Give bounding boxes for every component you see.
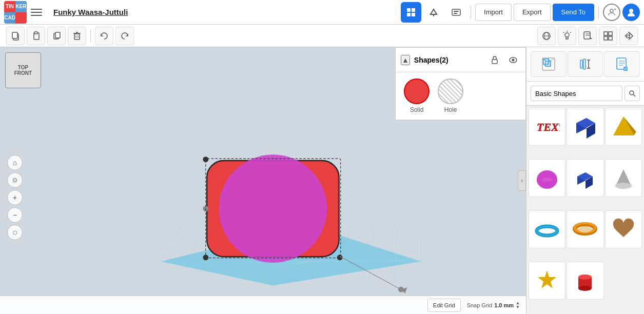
svg-line-92 (633, 94, 635, 96)
svg-rect-5 (452, 9, 460, 15)
hole-type[interactable]: Hole (438, 78, 463, 113)
grid-view-btn[interactable] (401, 2, 421, 23)
notes-btn[interactable] (604, 51, 640, 77)
svg-point-116 (578, 286, 592, 291)
nav-cube-top: TOP (18, 65, 28, 70)
svg-rect-0 (407, 8, 411, 12)
topbar-right: Import Export Send To (401, 2, 640, 23)
delete-btn[interactable] (68, 27, 86, 45)
workplane-svg: Workplane (41, 93, 521, 293)
solid-type[interactable]: Solid (404, 78, 430, 113)
shapes-panel: ▲ Shapes(2) Solid Hole (395, 47, 526, 121)
main-area: TOP FRONT ⌂ ⊙ + − ⬡ (0, 47, 644, 314)
redo-btn[interactable] (115, 27, 134, 45)
svg-rect-80 (580, 60, 582, 68)
home-view-btn[interactable]: ⌂ (7, 155, 23, 170)
codeblocks-btn[interactable] (446, 2, 466, 23)
add-user-btn[interactable] (603, 4, 620, 21)
shape-item-pyramid[interactable] (605, 108, 642, 146)
svg-rect-13 (12, 32, 17, 38)
visibility-icon[interactable] (506, 53, 520, 67)
shape-item-cylinder[interactable] (567, 262, 603, 300)
nav-cube[interactable]: TOP FRONT (5, 52, 46, 93)
shape-item-heart[interactable] (605, 210, 642, 248)
project-title[interactable]: Funky Waasa-Juttuli (53, 8, 128, 16)
viewport-controls: ⌂ ⊙ + − ⬡ (7, 155, 23, 240)
light-btn[interactable] (558, 27, 576, 45)
svg-rect-6 (454, 11, 459, 12)
shapes-header: ▲ Shapes(2) (396, 48, 525, 72)
hole-circle (438, 78, 463, 104)
svg-marker-114 (538, 270, 556, 288)
workplane-container: Workplane (41, 93, 521, 293)
shape-item-cone[interactable] (605, 159, 642, 197)
svg-line-29 (570, 32, 571, 33)
handle-bl[interactable] (203, 254, 208, 260)
grid-btn[interactable] (599, 27, 617, 45)
topbar-sep (471, 6, 471, 18)
duplicate-btn[interactable] (47, 27, 66, 45)
shape-item-cube[interactable] (567, 159, 603, 197)
perspective-btn[interactable] (537, 27, 556, 45)
hole-label: Hole (444, 106, 457, 113)
isometric-btn[interactable]: ⬡ (7, 225, 23, 240)
paste-btn[interactable] (27, 27, 45, 45)
edit-grid-btn[interactable]: Edit Grid (427, 299, 461, 312)
lock-icon[interactable] (487, 53, 502, 67)
right-sidebar: Basic Shapes Text & Numbers Connectors F… (526, 47, 644, 314)
svg-text:TEXT: TEXT (537, 121, 560, 133)
undo-btn[interactable] (95, 27, 113, 45)
import-btn[interactable]: Import (475, 4, 512, 21)
export-btn[interactable]: Export (514, 4, 551, 21)
svg-point-107 (616, 183, 631, 189)
shapes-collapse-btn[interactable]: ▲ (401, 55, 410, 65)
shape-item-ring[interactable] (567, 210, 603, 248)
svg-line-28 (563, 32, 564, 33)
svg-line-49 (161, 225, 181, 261)
zoom-out-btn[interactable]: − (7, 207, 23, 223)
3d-view-btn[interactable] (531, 51, 567, 77)
snap-arrows[interactable]: ▲ ▼ (516, 301, 520, 309)
topbar-sep2 (598, 6, 599, 18)
nav-cube-front: FRONT (14, 70, 32, 76)
shape-item-sphere[interactable] (529, 159, 565, 197)
shape-item-box[interactable] (567, 108, 603, 146)
snap-grid-value: 1.0 mm (494, 302, 514, 308)
topbar: TIN KER CAD Funky Waasa-Juttuli Import E… (0, 0, 644, 25)
fit-view-btn[interactable]: ⊙ (7, 172, 23, 188)
shape-item-torus[interactable] (529, 210, 565, 248)
svg-marker-38 (625, 33, 628, 39)
measure-btn[interactable] (568, 51, 603, 77)
svg-point-8 (610, 9, 613, 12)
user-icons (603, 4, 640, 21)
svg-point-26 (565, 33, 569, 37)
svg-rect-7 (454, 13, 457, 14)
shapes-title: Shapes(2) (414, 56, 483, 64)
menu-line (31, 12, 42, 13)
logo: TIN KER CAD (4, 1, 27, 24)
shape-category-select[interactable]: Basic Shapes Text & Numbers Connectors F… (531, 86, 622, 101)
copy-btn[interactable] (6, 27, 25, 45)
edit-toolbar (0, 25, 644, 47)
send-to-btn[interactable]: Send To (553, 4, 594, 21)
svg-rect-81 (583, 59, 586, 69)
svg-rect-36 (609, 36, 612, 40)
svg-rect-18 (74, 34, 80, 40)
shape-item-star[interactable] (529, 262, 565, 300)
zoom-in-btn[interactable]: + (7, 190, 23, 205)
nav-cube-face[interactable]: TOP FRONT (5, 52, 41, 88)
shape-item-text[interactable]: TEXT (529, 108, 565, 146)
note-btn[interactable] (578, 27, 597, 45)
svg-point-91 (630, 91, 634, 95)
collapse-panel-btn[interactable]: › (518, 170, 526, 191)
menu-icon[interactable] (31, 5, 45, 19)
snap-row: Snap Grid 1.0 mm ▲ ▼ (467, 301, 520, 309)
viewport-bottom: Edit Grid Snap Grid 1.0 mm ▲ ▼ (0, 296, 526, 314)
pick-btn[interactable] (423, 2, 444, 23)
user-avatar[interactable] (622, 4, 640, 21)
svg-point-101 (542, 178, 552, 182)
menu-line (31, 9, 42, 10)
mirror-btn[interactable] (619, 27, 638, 45)
search-shapes-btn[interactable] (625, 86, 640, 101)
snap-grid-label: Snap Grid (467, 302, 493, 308)
